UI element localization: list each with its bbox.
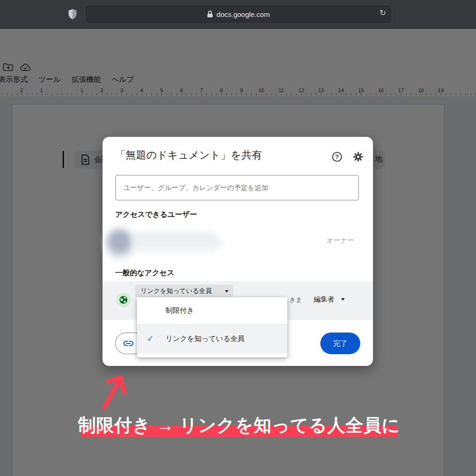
done-button[interactable]: 完了 xyxy=(320,333,360,354)
reload-icon[interactable]: ↻ xyxy=(380,8,386,18)
share-input-placeholder: ユーザー、グループ、カレンダーの予定を追加 xyxy=(123,183,268,192)
settings-gear-icon[interactable] xyxy=(353,151,364,162)
scope-menu: 制限付き✓リンクを知っている全員 xyxy=(137,297,287,357)
annotation-arrow xyxy=(91,366,143,413)
general-access-header: 一般的なアクセス xyxy=(115,268,175,278)
share-input[interactable]: ユーザー、グループ、カレンダーの予定を追加 xyxy=(115,175,359,200)
scope-dropdown[interactable]: リンクを知っている全員 xyxy=(135,285,233,298)
scope-menu-item-0[interactable]: 制限付き xyxy=(137,297,287,324)
share-dialog: 「無題のドキュメント」を共有 ? ユーザー、グループ、カレンダーの予定を追加 ア… xyxy=(103,137,373,366)
browser-toolbar: docs.google.com ↻ xyxy=(0,0,476,29)
link-icon xyxy=(123,338,134,349)
scope-description-fragment: きま xyxy=(289,296,302,304)
role-dropdown[interactable]: 編集者 xyxy=(314,295,345,304)
owner-badge: オーナー xyxy=(326,236,354,245)
url-text: docs.google.com xyxy=(216,10,270,18)
address-bar[interactable]: docs.google.com ↻ xyxy=(85,4,392,24)
annotation-text: 制限付き → リンクを知ってる人全員に xyxy=(78,413,398,437)
chevron-down-icon xyxy=(341,298,345,301)
scope-dropdown-label: リンクを知っている全員 xyxy=(141,287,212,295)
blurred-owner-row xyxy=(103,224,244,266)
chevron-down-icon xyxy=(225,290,229,293)
role-dropdown-label: 編集者 xyxy=(314,295,334,304)
dialog-title: 「無題のドキュメント」を共有 xyxy=(115,148,262,162)
public-globe-icon xyxy=(116,293,131,307)
shield-extension-icon[interactable] xyxy=(68,8,77,20)
lock-icon xyxy=(207,10,213,18)
avatar xyxy=(108,230,131,253)
people-with-access-header: アクセスできるユーザー xyxy=(115,210,197,220)
scope-menu-item-1[interactable]: ✓リンクを知っている全員 xyxy=(137,324,287,354)
help-icon[interactable]: ? xyxy=(332,152,342,162)
check-icon: ✓ xyxy=(147,333,154,344)
